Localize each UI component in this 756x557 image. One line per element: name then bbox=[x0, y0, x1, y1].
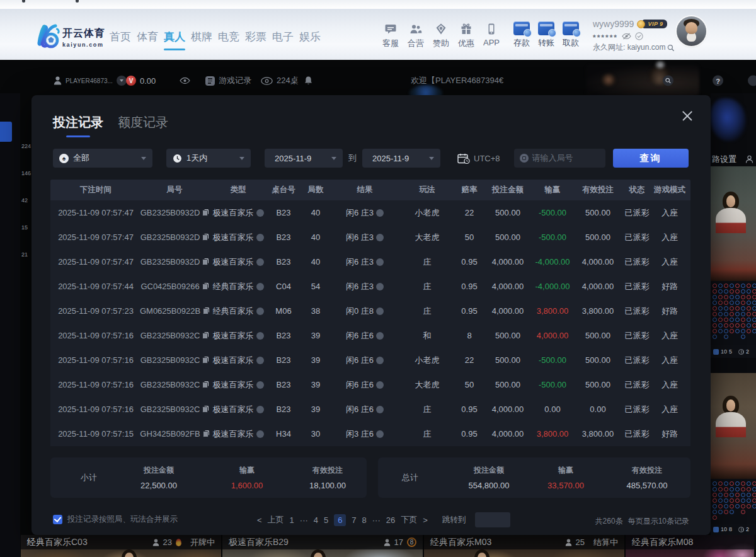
nav-item[interactable]: 首页 bbox=[110, 28, 131, 50]
page-number[interactable]: 26 bbox=[386, 515, 395, 525]
game-type-select[interactable]: ♠ 全部 bbox=[53, 149, 152, 168]
date-to-picker[interactable]: 2025-11-9 bbox=[362, 149, 440, 168]
next-arrow[interactable]: > bbox=[423, 515, 428, 525]
info-icon[interactable] bbox=[256, 430, 264, 438]
nav-item[interactable]: 真人 bbox=[164, 28, 185, 50]
copy-icon[interactable] bbox=[202, 283, 209, 290]
info-icon[interactable] bbox=[376, 234, 384, 241]
table-row[interactable]: 2025-11-09 07:57:15 GH3425B092FB 极速百家乐 H… bbox=[50, 422, 690, 446]
info-icon[interactable] bbox=[376, 307, 384, 315]
info-icon[interactable] bbox=[256, 381, 264, 389]
info-icon[interactable] bbox=[376, 406, 384, 413]
info-icon[interactable] bbox=[256, 406, 264, 413]
live-table-tile[interactable]: 10 8 2 bbox=[711, 373, 756, 535]
tables-count[interactable]: 224桌 bbox=[261, 75, 299, 86]
help-circle-icon[interactable]: ? bbox=[713, 76, 723, 86]
kaiyun-logo-icon[interactable] bbox=[34, 23, 60, 49]
copy-icon[interactable] bbox=[202, 357, 209, 364]
date-from-picker[interactable]: 2025-11-9 bbox=[265, 149, 343, 168]
info-icon[interactable] bbox=[256, 209, 264, 217]
quick-link-partner[interactable]: 合营 bbox=[406, 23, 426, 49]
page-number[interactable]: 4 bbox=[314, 515, 318, 525]
quick-link-sponsor[interactable]: 赞助 bbox=[431, 23, 451, 49]
partial-circle-icon[interactable] bbox=[748, 76, 756, 86]
info-icon[interactable] bbox=[256, 307, 264, 315]
info-icon[interactable] bbox=[256, 234, 264, 241]
prev-page-button[interactable]: 上页 bbox=[268, 514, 284, 525]
prev-arrow[interactable]: < bbox=[257, 515, 262, 525]
info-icon[interactable] bbox=[376, 381, 384, 389]
query-button[interactable]: 查询 bbox=[613, 149, 689, 168]
page-number[interactable]: 8 bbox=[362, 515, 367, 525]
page-number[interactable]: ··· bbox=[300, 515, 308, 525]
video-tile[interactable]: 经典百家乐M03 25 结算中 bbox=[424, 535, 624, 557]
eye-off-icon[interactable] bbox=[622, 33, 631, 40]
game-records-button[interactable]: 游戏记录 bbox=[205, 75, 251, 86]
page-number[interactable]: 6 bbox=[334, 514, 346, 526]
info-icon[interactable] bbox=[256, 332, 264, 340]
player-dropdown-chevron[interactable] bbox=[117, 76, 127, 86]
live-table-tile[interactable]: 10 5 2 bbox=[711, 166, 756, 358]
copy-icon[interactable] bbox=[203, 307, 209, 314]
refresh-check-icon[interactable] bbox=[635, 32, 643, 40]
info-icon[interactable] bbox=[376, 332, 384, 340]
modal-tab[interactable]: 额度记录 bbox=[118, 114, 168, 137]
copy-icon[interactable] bbox=[202, 406, 209, 413]
jump-page-input[interactable] bbox=[475, 512, 510, 527]
info-icon[interactable] bbox=[376, 258, 384, 266]
nav-item[interactable]: 体育 bbox=[137, 28, 158, 50]
info-icon[interactable] bbox=[256, 357, 264, 364]
next-page-button[interactable]: 下页 bbox=[401, 514, 417, 525]
modal-tab[interactable]: 投注记录 bbox=[53, 114, 103, 137]
nav-item[interactable]: 电子 bbox=[272, 28, 294, 50]
info-icon[interactable] bbox=[256, 283, 264, 290]
video-tile[interactable]: 极速百家乐B29 17 8 bbox=[222, 535, 423, 557]
copy-icon[interactable] bbox=[202, 258, 209, 265]
table-row[interactable]: 2025-11-09 07:57:16 GB2325B0932C 极速百家乐 B… bbox=[50, 323, 690, 348]
video-tile[interactable]: 经典百家乐C03 23 开牌中 bbox=[21, 535, 221, 557]
username[interactable]: wywy9999 bbox=[593, 19, 634, 29]
bell-icon[interactable] bbox=[304, 76, 312, 86]
nav-item[interactable]: 电竞 bbox=[218, 28, 239, 50]
left-rail-selected[interactable] bbox=[0, 122, 12, 142]
user-avatar[interactable] bbox=[677, 16, 706, 46]
table-row[interactable]: 2025-11-09 07:57:47 GB2325B0932D 极速百家乐 B… bbox=[50, 225, 690, 250]
timezone-display[interactable]: UTC+8 bbox=[457, 153, 500, 164]
info-icon[interactable] bbox=[256, 258, 264, 266]
eye-icon[interactable] bbox=[180, 78, 190, 84]
logo-text[interactable]: 开云体育 kaiyun.com bbox=[62, 27, 105, 48]
table-row[interactable]: 2025-11-09 07:57:16 GB2325B0932C 极速百家乐 B… bbox=[50, 397, 690, 422]
quick-link-promo[interactable]: 优惠 bbox=[456, 23, 476, 49]
withdraw-button[interactable]: 取款 bbox=[560, 21, 581, 49]
balance-display[interactable]: V 0.00 bbox=[126, 76, 156, 86]
page-number[interactable]: 7 bbox=[352, 515, 356, 525]
quick-link-app[interactable]: APP bbox=[481, 23, 501, 49]
table-row[interactable]: 2025-11-09 07:57:47 GB2325B0932D 极速百家乐 B… bbox=[50, 250, 690, 274]
nav-item[interactable]: 娱乐 bbox=[299, 28, 321, 50]
time-range-select[interactable]: 1天内 bbox=[166, 149, 251, 168]
page-number[interactable]: 5 bbox=[324, 515, 328, 525]
info-icon[interactable] bbox=[376, 357, 384, 364]
close-icon[interactable] bbox=[682, 110, 693, 122]
round-number-input[interactable]: 请输入局号 bbox=[514, 149, 605, 168]
info-icon[interactable] bbox=[376, 283, 384, 290]
nav-item[interactable]: 彩票 bbox=[245, 28, 266, 50]
copy-icon[interactable] bbox=[202, 234, 209, 241]
copy-icon[interactable] bbox=[202, 209, 209, 216]
deposit-button[interactable]: 存款 bbox=[511, 21, 532, 49]
copy-icon[interactable] bbox=[203, 430, 209, 437]
info-icon[interactable] bbox=[376, 430, 384, 438]
page-number[interactable]: 1 bbox=[290, 515, 294, 525]
search-circle-icon[interactable] bbox=[663, 76, 673, 86]
transfer-button[interactable]: 转账 bbox=[536, 21, 557, 49]
copy-icon[interactable] bbox=[202, 332, 209, 339]
player-account[interactable]: PLAYER46873... bbox=[54, 76, 127, 86]
nav-item[interactable]: 棋牌 bbox=[191, 28, 212, 50]
quick-link-service[interactable]: 客服 bbox=[381, 23, 401, 49]
road-settings[interactable]: 路设置 bbox=[712, 154, 756, 165]
video-tile[interactable]: 经典百家乐M08 bbox=[626, 535, 754, 557]
merge-checkbox[interactable] bbox=[53, 515, 62, 524]
table-row[interactable]: 2025-11-09 07:57:16 GB2325B0932C 极速百家乐 B… bbox=[50, 372, 690, 397]
table-row[interactable]: 2025-11-09 07:57:47 GB2325B0932D 极速百家乐 B… bbox=[50, 200, 690, 225]
table-row[interactable]: 2025-11-09 07:57:16 GB2325B0932C 极速百家乐 B… bbox=[50, 348, 690, 372]
